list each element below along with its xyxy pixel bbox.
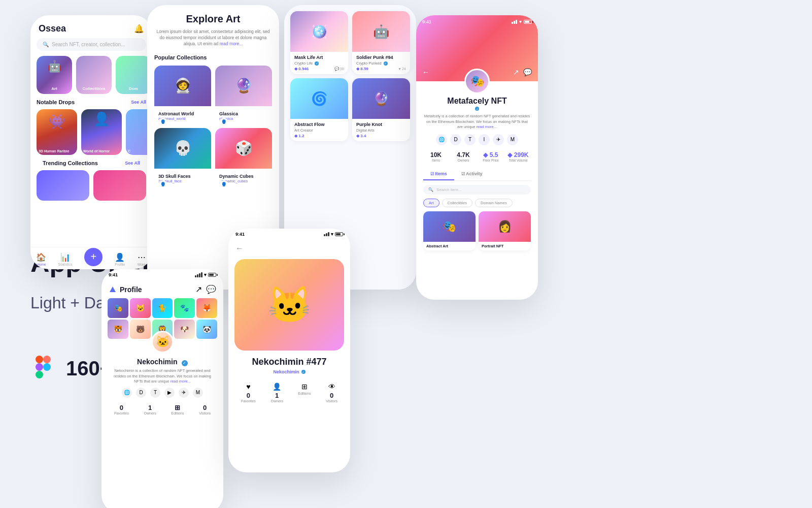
phone3-verified-icon: ✓ <box>182 360 188 366</box>
drop-world-horror[interactable]: 👤 World of Horror <box>81 109 122 155</box>
phone3-status-icons: ▾ <box>195 272 216 277</box>
bell-icon: 🔔 <box>134 24 144 34</box>
phone6-body: Metafacely NFT ✓ Metafcely is a collecti… <box>416 81 538 256</box>
nft-soldier-creator: Crypto Punked <box>356 61 382 66</box>
twitter-social-icon[interactable]: T <box>150 388 160 398</box>
ph6-read-more[interactable]: read more... <box>477 124 497 129</box>
message-icon-6[interactable]: 💬 <box>523 68 532 76</box>
nft-card-knot[interactable]: 🔮 Purple Knot Digital Arts ◆ 3.4 <box>352 78 410 141</box>
trending-card-1[interactable] <box>37 170 89 201</box>
ph6-floor-label: Floor Price <box>478 158 503 162</box>
telegram-icon-6[interactable]: ✈ <box>493 134 504 145</box>
nav-home[interactable]: 🏠 Home <box>37 252 46 266</box>
globe-icon-6[interactable]: 🌐 <box>436 134 447 145</box>
twitter-icon-6[interactable]: T <box>464 134 476 145</box>
grid-nft-5[interactable]: 🦊 <box>196 298 217 318</box>
grid-nft-3[interactable]: 🐈 <box>152 298 173 318</box>
filter-art[interactable]: Art <box>423 199 439 207</box>
phone-profile: 9:41 ▾ Profile <box>101 269 223 508</box>
phone3-title: Profile <box>120 285 142 294</box>
ph4-stat-editions: ⊞ Editions <box>298 383 311 403</box>
notable-drops-title: Notable Drops <box>37 99 75 105</box>
see-all-trending[interactable]: See All <box>125 161 140 166</box>
col-skull-name: 3D Skull Faces <box>158 174 207 179</box>
phone6-filter-tags: Art Collectibles Domain Names <box>423 199 531 207</box>
col-cubes-name: Dynamic Cubes <box>219 174 268 179</box>
medium-icon-6[interactable]: M <box>507 134 518 145</box>
nft-card-soldier[interactable]: 🤖 Soldier Punk #94 Crypto Punked ✓ ◆ 8.5… <box>352 11 410 74</box>
message-icon[interactable]: 💬 <box>206 284 216 294</box>
back-icon-6[interactable]: ← <box>422 68 429 76</box>
explore-title: Explore Art <box>154 13 272 25</box>
collection-skull[interactable]: 💀 👤 3D Skull Faces 3d_skull_face <box>154 128 211 186</box>
grid-nft-4[interactable]: 🐾 <box>174 298 195 318</box>
nav-profile[interactable]: 👤 Profile <box>115 252 125 266</box>
drop-3d-human[interactable]: 👾 3D Human Rarible <box>37 109 77 155</box>
phone6-search[interactable]: 🔍 Search item... <box>423 185 531 195</box>
nft-mask-price: ◆ 0.946 <box>294 67 309 71</box>
collection-astronaut[interactable]: 🧑‍🚀 👤 Astronaut World astronaut_world <box>154 66 211 124</box>
explore-read-more[interactable]: read more... <box>220 41 243 46</box>
filter-domain[interactable]: Domain Names <box>475 199 513 207</box>
nft-card-abstract[interactable]: 🌀 Abstract Flow Art Creator ◆ 1.2 <box>290 78 348 141</box>
search-icon-6: 🔍 <box>428 187 433 192</box>
discord-social-icon[interactable]: D <box>136 388 146 398</box>
phone3-stats: 0 Favorites 1 Owners ⊞ Editions 0 Visito… <box>101 404 223 415</box>
phone3-social: 🌐 D T ▶ ✈ M <box>101 388 223 398</box>
battery-icon <box>208 273 216 277</box>
nft-cards-bottom-row: 🌀 Abstract Flow Art Creator ◆ 1.2 🔮 Purp… <box>290 78 410 141</box>
nft-soldier-price: ◆ 8.59 <box>356 67 368 71</box>
category-collectibles[interactable]: Collectibles <box>76 56 112 94</box>
ph6-item-2[interactable]: 👩 Portrait NFT <box>479 211 531 250</box>
phone1-search[interactable]: 🔍 Search NFT, creator, collection... <box>37 38 146 51</box>
phone4-nft-name: Nekochimin #477 <box>228 357 350 367</box>
stat-favorites-value: 0 <box>114 404 129 411</box>
phone3-avatar: 🐱 <box>151 331 174 353</box>
nav-more[interactable]: ⋯ More <box>137 252 146 266</box>
nft-card-mask[interactable]: 🪩 Mask Life Art Crypto Life ✓ ◆ 0.946 💬 … <box>290 11 348 74</box>
phone6-cover: 9:41 ▾ ← ↗ 💬 <box>416 15 538 81</box>
category-dom[interactable]: Dom <box>116 56 151 94</box>
phone6-status-bar: 9:41 ▾ <box>422 19 532 24</box>
instagram-icon-6[interactable]: I <box>479 134 490 145</box>
ph6-items-value: 10K <box>423 151 449 158</box>
trending-cards <box>37 170 146 201</box>
share-icon-6[interactable]: ↗ <box>513 68 519 76</box>
nav-add-button[interactable]: + <box>84 248 103 266</box>
grid-nft-1[interactable]: 🎭 <box>108 298 128 318</box>
medium-social-icon[interactable]: M <box>193 388 203 398</box>
phone4-creator: Nekochimin <box>273 369 299 374</box>
explore-desc: Lorem ipsum dolor sit amet, consectetur … <box>154 29 272 47</box>
discord-icon-6[interactable]: D <box>450 134 461 145</box>
phone3-content: 9:41 ▾ Profile <box>101 269 223 508</box>
share-icon[interactable]: ↗ <box>195 284 202 294</box>
grid-nft-2[interactable]: 🐱 <box>130 298 151 318</box>
collection-cubes[interactable]: 🎲 👤 Dynamic Cubes _dynamic_cubes <box>215 128 272 186</box>
trending-card-2[interactable] <box>93 170 146 201</box>
grid-nft-6[interactable]: 🐯 <box>108 320 128 339</box>
phone1-header: Ossea 🔔 <box>30 15 152 38</box>
globe-social-icon[interactable]: 🌐 <box>122 388 132 398</box>
phone4-verified-icon: ✓ <box>301 370 306 374</box>
grid-nft-7[interactable]: 🐻 <box>130 320 151 339</box>
nav-statistics[interactable]: 📊 Statistics <box>58 252 73 266</box>
stat-visitors-label: Visitors <box>199 411 211 415</box>
tab-activity[interactable]: ☑ Activity <box>454 168 490 180</box>
filter-collectibles[interactable]: Collectibles <box>442 199 472 207</box>
collection-glassica[interactable]: 🔮 👤 Glassica glassica <box>215 66 272 124</box>
telegram-social-icon[interactable]: ✈ <box>179 388 189 398</box>
grid-nft-9[interactable]: 🐶 <box>174 320 195 339</box>
ph6-item-1[interactable]: 🎭 Abstract Art <box>423 211 476 250</box>
wifi-icon-4: ▾ <box>331 232 333 237</box>
see-all-drops[interactable]: See All <box>131 100 146 105</box>
nft-knot-price: ◆ 3.4 <box>356 134 366 138</box>
search-placeholder: Search NFT, creator, collection... <box>52 42 125 47</box>
stat-owners-label: Owners <box>144 411 156 415</box>
tab-items[interactable]: ☑ Items <box>423 168 454 180</box>
phone6-time: 9:41 <box>422 19 431 24</box>
category-art[interactable]: 🤖 Art <box>37 56 72 94</box>
ph3-read-more[interactable]: read more... <box>171 379 191 384</box>
back-button[interactable]: ← <box>235 244 244 253</box>
youtube-social-icon[interactable]: ▶ <box>164 388 175 398</box>
grid-nft-10[interactable]: 🐼 <box>196 320 217 339</box>
